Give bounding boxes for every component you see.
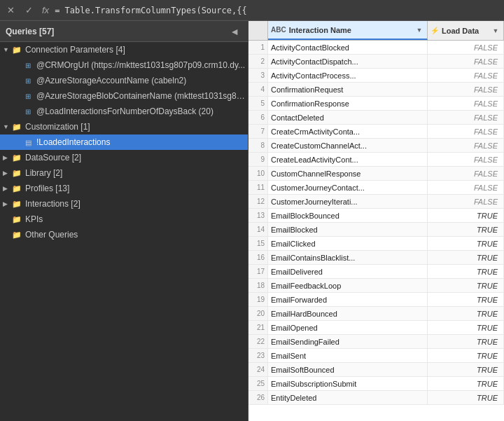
cell-load-data: TRUE xyxy=(428,307,504,320)
sidebar-item-connection-params[interactable]: ▼📁Connection Parameters [4] xyxy=(0,42,248,57)
sidebar-item-label-loaded-interactions: !LoadedInteractions xyxy=(36,137,248,147)
sidebar-item-kpis[interactable]: 📁KPIs xyxy=(0,212,248,227)
sidebar-item-interactions[interactable]: ▶📁Interactions [2] xyxy=(0,196,248,212)
table-row[interactable]: 17EmailDeliveredTRUE xyxy=(248,265,504,279)
table-row[interactable]: 16EmailContainsBlacklist...TRUE xyxy=(248,251,504,265)
table-row[interactable]: 3ActivityContactProcess...FALSE xyxy=(248,69,504,83)
cell-load-data: FALSE xyxy=(428,111,504,124)
cell-rownum: 2 xyxy=(248,55,268,68)
tree-arrow-customization: ▼ xyxy=(3,123,11,130)
sidebar: Queries [57] ◄ ▼📁Connection Parameters [… xyxy=(0,21,248,421)
cell-interaction-name: EmailContainsBlacklist... xyxy=(268,251,428,264)
sidebar-item-profiles[interactable]: ▶📁Profiles [13] xyxy=(0,181,248,196)
table-row[interactable]: 9CreateLeadActivityCont...FALSE xyxy=(248,153,504,167)
sidebar-item-label-kpis: KPIs xyxy=(25,214,248,224)
table-row[interactable]: 15EmailClickedTRUE xyxy=(248,237,504,251)
formula-input[interactable] xyxy=(55,6,501,15)
cell-interaction-name: EmailFeedbackLoop xyxy=(268,279,428,292)
table-row[interactable]: 20EmailHardBouncedTRUE xyxy=(248,307,504,321)
table-row[interactable]: 19EmailForwardedTRUE xyxy=(248,293,504,307)
cell-interaction-name: CustomerJourneyContact... xyxy=(268,181,428,194)
sidebar-item-label-crm-org-url: @CRMOrgUrl (https://mkttest1031sg807p09.… xyxy=(36,60,248,70)
table-row[interactable]: 1ActivityContactBlockedFALSE xyxy=(248,41,504,55)
interaction-name-filter[interactable]: ▼ xyxy=(414,25,424,35)
sidebar-item-library[interactable]: ▶📁Library [2] xyxy=(0,165,248,181)
sidebar-item-azure-blob[interactable]: ⊞@AzureStorageBlobContainerName (mkttest… xyxy=(0,88,248,104)
sidebar-item-loaded-interactions[interactable]: ▤!LoadedInteractions xyxy=(0,134,248,150)
table-row[interactable]: 25EmailSubscriptionSubmitTRUE xyxy=(248,377,504,391)
table-row[interactable]: 2ActivityContactDispatch...FALSE xyxy=(248,55,504,69)
cell-rownum: 24 xyxy=(248,363,268,376)
folder-icon-connection-params: 📁 xyxy=(11,44,22,55)
sidebar-item-label-library: Library [2] xyxy=(25,168,248,178)
cell-interaction-name: EntityDeleted xyxy=(268,391,428,404)
sidebar-item-label-connection-params: Connection Parameters [4] xyxy=(25,45,248,55)
load-data-filter[interactable]: ▼ xyxy=(491,26,500,36)
cell-rownum: 10 xyxy=(248,167,268,180)
db-icon-crm-org-url: ⊞ xyxy=(22,60,34,71)
folder-icon-datasource: 📁 xyxy=(11,152,22,163)
table-row[interactable]: 22EmailSendingFailedTRUE xyxy=(248,335,504,349)
sidebar-item-crm-org-url[interactable]: ⊞@CRMOrgUrl (https://mkttest1031sg807p09… xyxy=(0,57,248,73)
fx-label: fx xyxy=(39,5,52,15)
cell-interaction-name: ContactDeleted xyxy=(268,111,428,124)
cell-load-data: FALSE xyxy=(428,167,504,180)
table-row[interactable]: 26EntityDeletedTRUE xyxy=(248,391,504,405)
table-row[interactable]: 13EmailBlockBouncedTRUE xyxy=(248,209,504,223)
sidebar-collapse-button[interactable]: ◄ xyxy=(227,25,242,39)
table-row[interactable]: 24EmailSoftBouncedTRUE xyxy=(248,363,504,377)
sidebar-item-label-other-queries: Other Queries xyxy=(25,230,248,240)
cell-interaction-name: ActivityContactBlocked xyxy=(268,41,428,54)
sidebar-item-load-interactions[interactable]: ⊞@LoadInteractionsForNumberOfDaysBack (2… xyxy=(0,104,248,119)
db-icon-azure-storage: ⊞ xyxy=(22,75,34,86)
sidebar-item-azure-storage[interactable]: ⊞@AzureStorageAccountName (cabeln2) xyxy=(0,73,248,88)
table-row[interactable]: 4ConfirmationRequestFALSE xyxy=(248,83,504,97)
cell-rownum: 13 xyxy=(248,209,268,222)
lightning-icon: ⚡ xyxy=(430,27,439,34)
cell-interaction-name: CreateCustomChannelAct... xyxy=(268,139,428,152)
table-header: ABC Interaction Name ▼ ⚡ Load Data ▼ xyxy=(248,21,504,41)
sidebar-item-label-load-interactions: @LoadInteractionsForNumberOfDaysBack (20… xyxy=(36,106,248,116)
cell-rownum: 4 xyxy=(248,83,268,96)
sidebar-item-other-queries[interactable]: 📁Other Queries xyxy=(0,227,248,242)
table-row[interactable]: 12CustomerJourneyIterati...FALSE xyxy=(248,195,504,209)
table-row[interactable]: 14EmailBlockedTRUE xyxy=(248,223,504,237)
sidebar-header: Queries [57] ◄ xyxy=(0,21,248,42)
tree-arrow-datasource: ▶ xyxy=(3,154,11,161)
cell-load-data: FALSE xyxy=(428,181,504,194)
cell-rownum: 17 xyxy=(248,265,268,278)
cell-rownum: 23 xyxy=(248,349,268,362)
table-row[interactable]: 23EmailSentTRUE xyxy=(248,349,504,363)
cell-load-data: TRUE xyxy=(428,349,504,362)
cell-interaction-name: EmailDelivered xyxy=(268,265,428,278)
cancel-button[interactable]: ✕ xyxy=(3,3,18,18)
interaction-name-label: Interaction Name xyxy=(289,26,412,34)
sidebar-item-label-customization: Customization [1] xyxy=(25,122,248,132)
cell-load-data: TRUE xyxy=(428,209,504,222)
formula-bar: ✕ ✓ fx xyxy=(0,0,504,21)
cell-rownum: 15 xyxy=(248,237,268,250)
table-row[interactable]: 8CreateCustomChannelAct...FALSE xyxy=(248,139,504,153)
table-row[interactable]: 21EmailOpenedTRUE xyxy=(248,321,504,335)
sidebar-item-datasource[interactable]: ▶📁DataSource [2] xyxy=(0,150,248,165)
table-row[interactable]: 6ContactDeletedFALSE xyxy=(248,111,504,125)
table-row[interactable]: 10CustomChannelResponseFALSE xyxy=(248,167,504,181)
cell-rownum: 21 xyxy=(248,321,268,334)
table-row[interactable]: 11CustomerJourneyContact...FALSE xyxy=(248,181,504,195)
table-row[interactable]: 5ConfirmationResponseFALSE xyxy=(248,97,504,111)
table-row[interactable]: 7CreateCrmActivityConta...FALSE xyxy=(248,125,504,139)
cell-interaction-name: EmailBlocked xyxy=(268,223,428,236)
table-row[interactable]: 18EmailFeedbackLoopTRUE xyxy=(248,279,504,293)
tree-arrow-connection-params: ▼ xyxy=(3,46,11,53)
tree-arrow-interactions: ▶ xyxy=(3,200,11,207)
sidebar-item-customization[interactable]: ▼📁Customization [1] xyxy=(0,119,248,134)
cell-interaction-name: ActivityContactProcess... xyxy=(268,69,428,82)
cell-load-data: TRUE xyxy=(428,321,504,334)
col-header-interaction-name: ABC Interaction Name ▼ xyxy=(268,21,428,40)
sidebar-item-label-interactions: Interactions [2] xyxy=(25,199,248,209)
cell-load-data: TRUE xyxy=(428,363,504,376)
cell-interaction-name: EmailSent xyxy=(268,349,428,362)
confirm-button[interactable]: ✓ xyxy=(21,3,36,18)
cell-rownum: 18 xyxy=(248,279,268,292)
cell-rownum: 16 xyxy=(248,251,268,264)
